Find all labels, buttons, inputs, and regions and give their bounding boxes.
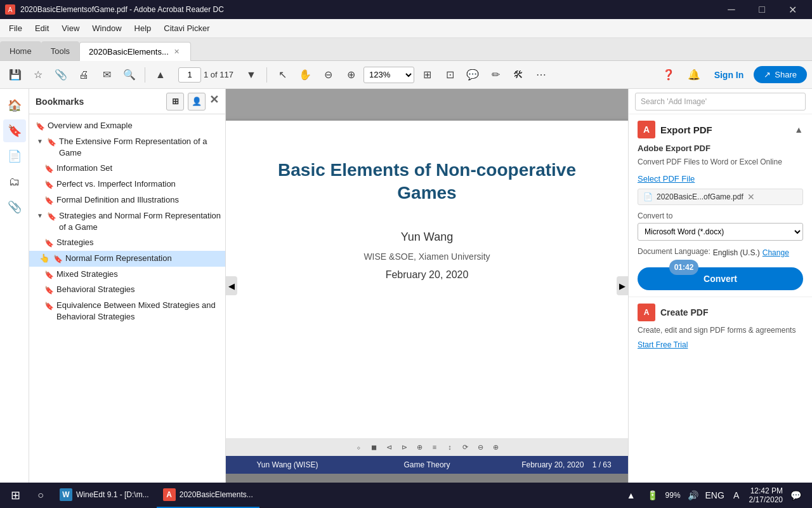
pdf-nav-btn-7[interactable]: ↕ xyxy=(443,441,456,453)
home-strip-button[interactable]: 🏠 xyxy=(3,94,26,117)
pdf-nav-btn-2[interactable]: ◼ xyxy=(367,441,380,453)
search-image-input[interactable]: Search 'Add Image' xyxy=(635,93,806,110)
taskbar-battery-icon[interactable]: 🔋 xyxy=(644,486,662,504)
pdf-footer-date: February 20, 2020 xyxy=(521,460,584,469)
save-button[interactable]: 💾 xyxy=(5,65,25,85)
select-pdf-link[interactable]: Select PDF File xyxy=(638,174,803,184)
bookmarks-strip-button[interactable]: 🔖 xyxy=(3,119,26,142)
collapse-btn-strategies[interactable]: ▼ xyxy=(36,211,44,220)
select-tool-button[interactable]: ↖ xyxy=(272,65,292,85)
bookmark-mixed-strategies[interactable]: 🔖 Mixed Strategies xyxy=(29,267,225,283)
bookmark-overview[interactable]: 🔖 Overview and Exmaple xyxy=(29,118,225,134)
taskbar-clock[interactable]: 12:42 PM 2/17/2020 xyxy=(749,486,783,504)
sidebar-content: 🔖 Overview and Exmaple ▼ 🔖 The Extensive… xyxy=(29,114,225,483)
attachments-strip-button[interactable]: 📎 xyxy=(3,196,26,218)
tab-pdf-close[interactable]: ✕ xyxy=(173,48,181,57)
prev-page-button[interactable]: ▲ xyxy=(150,65,171,85)
taskbar-task-acrobat[interactable]: A 2020BasicElements... xyxy=(157,483,259,508)
draw-button[interactable]: ✏ xyxy=(485,65,506,85)
taskbar-lang-icon[interactable]: ENG xyxy=(706,486,724,504)
menu-help[interactable]: Help xyxy=(128,21,158,36)
bookmark-normal-form[interactable]: 👆 🔖 Normal Form Representation xyxy=(29,251,225,267)
timer-badge: 01:42 xyxy=(669,260,698,275)
restore-button[interactable]: □ xyxy=(747,0,776,19)
bookmark-add-button[interactable]: ☆ xyxy=(28,65,48,85)
next-page-button[interactable]: ▼ xyxy=(241,65,261,85)
menu-view[interactable]: View xyxy=(55,21,86,36)
convert-format-select[interactable]: Microsoft Word (*.docx) xyxy=(638,223,803,241)
close-sidebar-icon[interactable]: ✕ xyxy=(209,93,219,110)
bookmark-strategies-normal[interactable]: ▼ 🔖 Strategies and Normal Form Represent… xyxy=(29,208,225,235)
taskbar-task-wineedit[interactable]: W WineEdt 9.1 - [D:\m... xyxy=(53,483,155,508)
menu-window[interactable]: Window xyxy=(86,21,128,36)
separator-1 xyxy=(145,67,145,83)
menu-file[interactable]: File xyxy=(3,21,29,36)
menu-edit[interactable]: Edit xyxy=(29,21,55,36)
attach-button[interactable]: 📎 xyxy=(51,65,71,85)
bookmark-strategies[interactable]: 🔖 Strategies xyxy=(29,235,225,251)
taskbar-ime-icon[interactable]: A xyxy=(728,486,745,504)
free-trial-link[interactable]: Start Free Trial xyxy=(638,340,688,349)
zoom-in-btn[interactable]: ⊕ xyxy=(341,65,361,85)
collapse-rightpanel-btn[interactable]: ▶ xyxy=(617,276,628,295)
pdf-nav-btn-8[interactable]: ⟳ xyxy=(459,441,471,453)
share-button[interactable]: ↗ Share xyxy=(754,66,807,83)
pages-strip-button[interactable]: 📄 xyxy=(3,145,26,168)
pdf-nav-btn-9[interactable]: ⊖ xyxy=(474,441,487,453)
hand-tool-button[interactable]: ✋ xyxy=(295,65,315,85)
tools-button[interactable]: 🛠 xyxy=(508,65,528,85)
email-button[interactable]: ✉ xyxy=(96,65,117,85)
taskbar-search-button[interactable]: ○ xyxy=(29,484,52,507)
adobe-export-title: Adobe Export PDF xyxy=(638,144,803,153)
zoom-select[interactable]: 123% 100% 75% 150% xyxy=(363,67,414,83)
pdf-nav-btn-5[interactable]: ⊕ xyxy=(413,441,426,453)
tab-home[interactable]: Home xyxy=(0,41,41,60)
pdf-nav-btn-10[interactable]: ⊕ xyxy=(489,441,502,453)
pdf-viewer[interactable]: ◀ ▶ Basic Elements of Non-cooperative Ga… xyxy=(226,89,628,483)
view-options-button[interactable]: ⊞ xyxy=(417,65,437,85)
zoom-out-button[interactable]: 🔍 xyxy=(119,65,140,85)
sidebar-options-button[interactable]: ⊞ xyxy=(166,93,184,110)
bookmark-formal-def[interactable]: 🔖 Formal Definition and Illustrations xyxy=(29,192,225,208)
minimize-button[interactable]: ─ xyxy=(717,0,746,19)
help-button[interactable]: ❓ xyxy=(658,65,679,85)
pdf-nav-btn-6[interactable]: ≡ xyxy=(428,441,441,453)
menu-citavi[interactable]: Citavi Picker xyxy=(157,21,216,36)
pdf-bottom-toolbar: ⬦ ◼ ⊲ ⊳ ⊕ ≡ ↕ ⟳ ⊖ ⊕ xyxy=(226,438,628,456)
pdf-nav-btn-3[interactable]: ⊲ xyxy=(383,441,395,453)
export-title-row: A Export PDF xyxy=(638,121,712,138)
convert-button[interactable]: Convert xyxy=(638,267,803,290)
tab-pdf[interactable]: 2020BasicElements... ✕ xyxy=(79,42,191,61)
file-chip-remove[interactable]: ✕ xyxy=(747,192,755,202)
zoom-out-btn[interactable]: ⊖ xyxy=(318,65,338,85)
bookmark-icon-normal-form: 🔖 xyxy=(53,254,63,265)
sidebar-search-button[interactable]: 👤 xyxy=(188,93,206,110)
comment-button[interactable]: 💬 xyxy=(462,65,483,85)
pdf-footer-left: Yun Wang (WISE) xyxy=(226,460,360,469)
layers-strip-button[interactable]: 🗂 xyxy=(3,170,26,193)
print-button[interactable]: 🖨 xyxy=(74,65,94,85)
close-button[interactable]: ✕ xyxy=(778,0,807,19)
doc-lang-change-link[interactable]: Change xyxy=(763,248,789,257)
bookmark-equivalence[interactable]: 🔖 Equivalence Between Mixed Strategies a… xyxy=(29,298,225,324)
collapse-btn-extensive[interactable]: ▼ xyxy=(36,137,44,146)
bookmark-behavioral-strategies[interactable]: 🔖 Behavioral Strategies xyxy=(29,282,225,298)
more-tools-button[interactable]: ⋯ xyxy=(531,65,551,85)
taskbar-start-button[interactable]: ⊞ xyxy=(3,483,28,508)
sign-in-button[interactable]: Sign In xyxy=(709,67,749,83)
page-number-input[interactable] xyxy=(178,67,201,83)
tab-tools[interactable]: Tools xyxy=(41,41,79,60)
taskbar-notification-icon[interactable]: 💬 xyxy=(787,486,804,504)
pdf-nav-btn-1[interactable]: ⬦ xyxy=(352,441,365,453)
bookmark-extensive[interactable]: ▼ 🔖 The Extensive Form Representation of… xyxy=(29,134,225,161)
taskbar-volume-icon[interactable]: 🔊 xyxy=(684,486,702,504)
marquee-zoom-button[interactable]: ⊡ xyxy=(440,65,460,85)
notifications-button[interactable]: 🔔 xyxy=(684,65,704,85)
pdf-title: Basic Elements of Non-cooperative Games xyxy=(265,159,589,205)
collapse-sidebar-btn[interactable]: ◀ xyxy=(226,276,237,295)
bookmark-perfect-imperfect[interactable]: 🔖 Perfect vs. Imperfect Information xyxy=(29,177,225,192)
bookmark-information-set[interactable]: 🔖 Information Set xyxy=(29,161,225,177)
pdf-nav-btn-4[interactable]: ⊳ xyxy=(398,441,410,453)
export-collapse-chevron[interactable]: ▲ xyxy=(794,124,803,135)
taskbar-network-icon[interactable]: ▲ xyxy=(622,486,640,504)
